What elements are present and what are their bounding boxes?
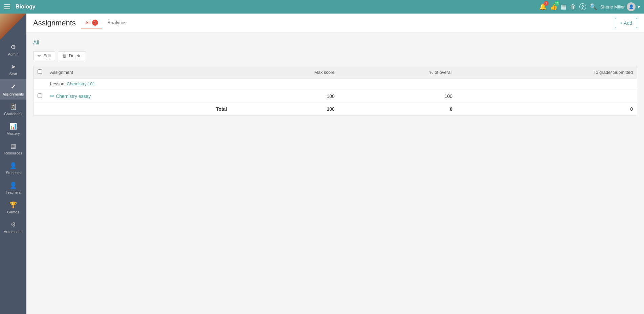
total-label-cell: Total bbox=[46, 103, 231, 116]
table-header-row: Assignment Max score % of overall To gra… bbox=[34, 66, 637, 79]
sidebar-label-automation: Automation bbox=[4, 230, 23, 234]
top-nav-right: 🔔 1 👍 12 ▦ 🗑 ? 🔍 Sherie Miller 👤 ▾ bbox=[539, 2, 640, 11]
lesson-cell: Lesson: Chemistry 101 bbox=[46, 79, 637, 89]
tab-analytics[interactable]: Analytics bbox=[104, 18, 131, 28]
total-pct-overall: 0 bbox=[339, 103, 457, 116]
tab-all-badge: 1 bbox=[92, 20, 98, 26]
row-checkbox-cell bbox=[34, 89, 46, 103]
bell-badge: 1 bbox=[544, 1, 549, 6]
sidebar-label-students: Students bbox=[6, 171, 20, 175]
sidebar-item-mastery[interactable]: 📊 Mastery bbox=[0, 119, 26, 139]
automation-icon: ⚙ bbox=[10, 221, 16, 228]
sidebar-item-automation[interactable]: ⚙ Automation bbox=[0, 217, 26, 237]
sidebar-label-games: Games bbox=[7, 210, 19, 214]
pct-overall-cell: 100 bbox=[339, 89, 457, 103]
search-icon: 🔍 bbox=[590, 3, 597, 11]
sidebar-item-assignments[interactable]: ✓ Assignments bbox=[0, 79, 26, 100]
like-badge: 12 bbox=[555, 1, 559, 6]
header-assignment: Assignment bbox=[46, 66, 231, 79]
page-title: Assignments bbox=[33, 19, 76, 27]
top-nav: Biology 🔔 1 👍 12 ▦ 🗑 ? 🔍 Sherie Miller 👤… bbox=[0, 0, 644, 14]
sidebar-item-admin[interactable]: ⚙ Admin bbox=[0, 40, 26, 60]
header-left: Assignments All 1 Analytics bbox=[33, 18, 131, 28]
edit-icon: ✏ bbox=[38, 53, 41, 58]
notification-bell[interactable]: 🔔 1 bbox=[539, 3, 547, 11]
max-score-cell: 100 bbox=[231, 89, 339, 103]
lesson-checkbox-cell bbox=[34, 79, 46, 89]
to-grade-cell bbox=[457, 89, 637, 103]
total-label: Total bbox=[216, 106, 227, 112]
trash-icon-btn[interactable]: 🗑 bbox=[570, 3, 576, 11]
resources-icon: ▦ bbox=[10, 142, 16, 150]
sidebar-label-gradebook: Gradebook bbox=[4, 112, 22, 116]
assignments-icon: ✓ bbox=[10, 83, 16, 91]
content-header: Assignments All 1 Analytics + Add bbox=[26, 14, 644, 33]
toolbar: ✏ Edit 🗑 Delete bbox=[33, 51, 637, 60]
header-to-grade: To grade/ Submitted bbox=[457, 66, 637, 79]
edit-button[interactable]: ✏ Edit bbox=[33, 51, 55, 60]
sidebar-label-admin: Admin bbox=[8, 52, 18, 56]
content-area: Assignments All 1 Analytics + Add All bbox=[26, 14, 644, 314]
sidebar-item-gradebook[interactable]: 📓 Gradebook bbox=[0, 100, 26, 119]
sidebar-item-games[interactable]: 🏆 Games bbox=[0, 198, 26, 217]
sidebar-label-assignments: Assignments bbox=[3, 92, 24, 96]
row-checkbox[interactable] bbox=[38, 93, 42, 98]
delete-label: Delete bbox=[69, 53, 82, 58]
table-row: ✏ Chemistry essay 100 100 bbox=[34, 89, 637, 103]
games-icon: 🏆 bbox=[9, 201, 17, 209]
sidebar-label-start: Start bbox=[9, 72, 17, 76]
total-to-grade: 0 bbox=[457, 103, 637, 116]
total-max-score: 100 bbox=[231, 103, 339, 116]
delete-icon: 🗑 bbox=[62, 53, 67, 58]
calendar-icon: ▦ bbox=[561, 3, 567, 11]
header-pct-overall: % of overall bbox=[339, 66, 457, 79]
lesson-row: Lesson: Chemistry 101 bbox=[34, 79, 637, 89]
avatar: 👤 bbox=[627, 2, 636, 11]
trash-icon: 🗑 bbox=[570, 3, 576, 11]
teachers-icon: 👤 bbox=[9, 182, 17, 189]
header-checkbox-cell bbox=[34, 66, 46, 79]
sidebar-label-teachers: Teachers bbox=[6, 190, 21, 194]
chevron-down-icon: ▾ bbox=[638, 4, 640, 9]
assignment-name-cell: ✏ Chemistry essay bbox=[46, 89, 231, 103]
assignment-table: Assignment Max score % of overall To gra… bbox=[33, 66, 637, 116]
section-heading: All bbox=[33, 40, 637, 46]
edit-label: Edit bbox=[43, 53, 51, 58]
content-body: All ✏ Edit 🗑 Delete bbox=[26, 33, 644, 122]
add-button[interactable]: + Add bbox=[615, 18, 637, 28]
gradebook-icon: 📓 bbox=[9, 103, 17, 110]
tab-all[interactable]: All 1 bbox=[81, 18, 102, 28]
app-title: Biology bbox=[16, 4, 539, 10]
header-max-score: Max score bbox=[231, 66, 339, 79]
calendar-icon-btn[interactable]: ▦ bbox=[561, 3, 567, 11]
delete-button[interactable]: 🗑 Delete bbox=[58, 51, 86, 60]
sidebar-item-start[interactable]: ➤ Start bbox=[0, 60, 26, 79]
sidebar-item-students[interactable]: 👤 Students bbox=[0, 159, 26, 178]
assignment-link[interactable]: Chemistry essay bbox=[56, 93, 91, 99]
lesson-label: Lesson: bbox=[50, 81, 66, 86]
admin-icon: ⚙ bbox=[10, 43, 16, 51]
hamburger-menu[interactable] bbox=[4, 4, 10, 9]
tab-analytics-label: Analytics bbox=[108, 20, 127, 25]
help-icon: ? bbox=[579, 3, 586, 10]
search-icon-btn[interactable]: 🔍 bbox=[590, 3, 597, 11]
pencil-icon: ✏ bbox=[50, 93, 54, 99]
sidebar-label-mastery: Mastery bbox=[6, 131, 20, 135]
notification-like[interactable]: 👍 12 bbox=[550, 3, 557, 11]
sidebar-label-resources: Resources bbox=[4, 151, 22, 155]
students-icon: 👤 bbox=[9, 162, 17, 169]
sidebar-avatar bbox=[0, 14, 26, 40]
select-all-checkbox[interactable] bbox=[38, 69, 42, 74]
user-menu[interactable]: Sherie Miller 👤 ▾ bbox=[600, 2, 640, 11]
start-icon: ➤ bbox=[11, 63, 16, 70]
tabs: All 1 Analytics bbox=[81, 18, 131, 28]
help-icon-btn[interactable]: ? bbox=[579, 3, 586, 10]
main-layout: ⚙ Admin ➤ Start ✓ Assignments 📓 Gradeboo… bbox=[0, 14, 644, 314]
sidebar: ⚙ Admin ➤ Start ✓ Assignments 📓 Gradeboo… bbox=[0, 14, 26, 314]
sidebar-item-resources[interactable]: ▦ Resources bbox=[0, 139, 26, 159]
total-blank-cell bbox=[34, 103, 46, 116]
lesson-link[interactable]: Chemistry 101 bbox=[67, 81, 95, 86]
sidebar-item-teachers[interactable]: 👤 Teachers bbox=[0, 178, 26, 198]
tab-all-label: All bbox=[85, 20, 91, 25]
total-row: Total 100 0 0 bbox=[34, 103, 637, 116]
